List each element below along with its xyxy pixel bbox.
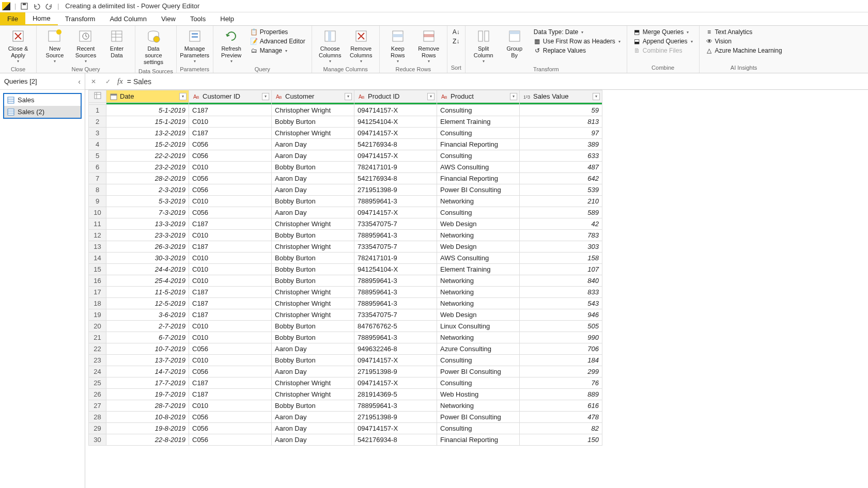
row-number[interactable]: 29 bbox=[89, 423, 106, 434]
cell[interactable]: Financial Reporting bbox=[437, 434, 520, 446]
cell[interactable]: Christopher Wright bbox=[272, 105, 354, 116]
row-number[interactable]: 27 bbox=[89, 400, 106, 412]
cell[interactable]: Networking bbox=[437, 230, 520, 241]
tab-help[interactable]: Help bbox=[213, 12, 241, 25]
cell[interactable]: C056 bbox=[189, 139, 272, 150]
cell[interactable]: 542176934-8 bbox=[354, 139, 437, 150]
row-number[interactable]: 9 bbox=[89, 196, 106, 207]
cell[interactable]: Christopher Wright bbox=[272, 377, 354, 389]
cell[interactable]: 094714157-X bbox=[354, 423, 437, 434]
table-row[interactable]: 1812-5-2019C187Christopher Wright7889596… bbox=[89, 298, 602, 309]
table-row[interactable]: 3022-8-2019C056Aaron Day542176934-8Finan… bbox=[89, 434, 602, 446]
row-number[interactable]: 3 bbox=[89, 128, 106, 139]
cell[interactable]: Bobby Burton bbox=[272, 355, 354, 366]
recent-sources-button[interactable]: Recent Sources▾ bbox=[71, 27, 101, 65]
cell[interactable]: Aaron Day bbox=[272, 412, 354, 423]
cell[interactable]: C187 bbox=[189, 287, 272, 298]
cell[interactable]: 733547075-7 bbox=[354, 309, 437, 321]
cell[interactable]: 7-3-2019 bbox=[106, 207, 189, 218]
cell[interactable]: C010 bbox=[189, 196, 272, 207]
cell[interactable]: Financial Reporting bbox=[437, 173, 520, 184]
cell[interactable]: Aaron Day bbox=[272, 173, 354, 184]
cell[interactable]: C010 bbox=[189, 275, 272, 287]
cell[interactable]: 2-7-2019 bbox=[106, 321, 189, 332]
table-row[interactable]: 1711-5-2019C187Christopher Wright7889596… bbox=[89, 287, 602, 298]
cell[interactable]: 783 bbox=[520, 230, 602, 241]
combine-files-button[interactable]: 🗎Combine Files bbox=[632, 46, 694, 55]
cell[interactable]: Web Hosting bbox=[437, 389, 520, 400]
cell[interactable]: Christopher Wright bbox=[272, 218, 354, 230]
accept-formula-icon[interactable]: ✓ bbox=[103, 76, 113, 87]
column-header-sales-value[interactable]: 1²3Sales Value▾ bbox=[520, 90, 602, 103]
advanced-editor-button[interactable]: 📝Advanced Editor bbox=[250, 37, 306, 45]
cell[interactable]: Bobby Burton bbox=[272, 116, 354, 128]
cell[interactable]: Christopher Wright bbox=[272, 298, 354, 309]
cell[interactable]: 28-2-2019 bbox=[106, 173, 189, 184]
cell[interactable]: Networking bbox=[437, 400, 520, 412]
data-source-settings-button[interactable]: Data source settings bbox=[138, 27, 168, 67]
row-number[interactable]: 28 bbox=[89, 412, 106, 423]
remove-columns-button[interactable]: Remove Columns▾ bbox=[346, 27, 376, 65]
row-number[interactable]: 16 bbox=[89, 275, 106, 287]
azure-ml-button[interactable]: △Azure Machine Learning bbox=[705, 46, 783, 55]
close-apply-button[interactable]: Close & Apply▾ bbox=[3, 27, 33, 65]
cell[interactable]: Aaron Day bbox=[272, 366, 354, 377]
cell[interactable]: 543 bbox=[520, 298, 602, 309]
table-row[interactable]: 202-7-2019C010Bobby Burton847676762-5Lin… bbox=[89, 321, 602, 332]
row-number[interactable]: 10 bbox=[89, 207, 106, 218]
cell[interactable]: C187 bbox=[189, 309, 272, 321]
cell[interactable]: 788959641-3 bbox=[354, 287, 437, 298]
grid-wrap[interactable]: Date▾ ABCustomer ID▾ ABCustomer▾ ABProdu… bbox=[85, 90, 868, 488]
cell[interactable]: C056 bbox=[189, 173, 272, 184]
cell[interactable]: Bobby Burton bbox=[272, 230, 354, 241]
cell[interactable]: 833 bbox=[520, 287, 602, 298]
cell[interactable]: C056 bbox=[189, 366, 272, 377]
cell[interactable]: C010 bbox=[189, 162, 272, 173]
cell[interactable]: 42 bbox=[520, 218, 602, 230]
cell[interactable]: C187 bbox=[189, 128, 272, 139]
cell[interactable]: Financial Reporting bbox=[437, 139, 520, 150]
table-row[interactable]: 415-2-2019C056Aaron Day542176934-8Financ… bbox=[89, 139, 602, 150]
refresh-preview-button[interactable]: Refresh Preview▾ bbox=[216, 27, 246, 65]
table-row[interactable]: 1326-3-2019C187Christopher Wright7335470… bbox=[89, 241, 602, 253]
redo-icon[interactable] bbox=[45, 2, 53, 10]
table-corner[interactable] bbox=[89, 90, 106, 103]
column-header-product[interactable]: ABProduct▾ bbox=[437, 90, 520, 103]
cell[interactable]: 782417101-9 bbox=[354, 162, 437, 173]
cell[interactable]: 107 bbox=[520, 264, 602, 275]
remove-rows-button[interactable]: Remove Rows▾ bbox=[414, 27, 444, 65]
vision-button[interactable]: 👁Vision bbox=[705, 37, 783, 45]
cell[interactable]: 478 bbox=[520, 412, 602, 423]
cell[interactable]: Christopher Wright bbox=[272, 309, 354, 321]
cell[interactable]: 616 bbox=[520, 400, 602, 412]
table-row[interactable]: 1113-3-2019C187Christopher Wright7335470… bbox=[89, 218, 602, 230]
cell[interactable]: Consulting bbox=[437, 150, 520, 162]
collapse-queries-icon[interactable]: ‹ bbox=[78, 77, 81, 86]
cancel-formula-icon[interactable]: ✕ bbox=[88, 76, 99, 87]
properties-button[interactable]: 📋Properties bbox=[250, 28, 306, 36]
row-number[interactable]: 2 bbox=[89, 116, 106, 128]
cell[interactable]: 15-2-2019 bbox=[106, 139, 189, 150]
table-row[interactable]: 2210-7-2019C056Aaron Day949632246-8Azure… bbox=[89, 343, 602, 355]
cell[interactable]: 094714157-X bbox=[354, 105, 437, 116]
table-row[interactable]: 1223-3-2019C010Bobby Burton788959641-3Ne… bbox=[89, 230, 602, 241]
undo-icon[interactable] bbox=[33, 2, 41, 10]
filter-dropdown-icon[interactable]: ▾ bbox=[179, 93, 187, 100]
cell[interactable]: Networking bbox=[437, 298, 520, 309]
table-row[interactable]: 2517-7-2019C187Christopher Wright0947141… bbox=[89, 377, 602, 389]
query-item-sales2[interactable]: Sales (2) bbox=[4, 106, 81, 118]
table-row[interactable]: 2919-8-2019C056Aaron Day094714157-XConsu… bbox=[89, 423, 602, 434]
new-source-button[interactable]: New Source▾ bbox=[40, 27, 70, 65]
cell[interactable]: Web Design bbox=[437, 218, 520, 230]
cell[interactable]: 487 bbox=[520, 162, 602, 173]
row-number[interactable]: 22 bbox=[89, 343, 106, 355]
tab-add-column[interactable]: Add Column bbox=[102, 12, 154, 25]
row-number[interactable]: 4 bbox=[89, 139, 106, 150]
cell[interactable]: C056 bbox=[189, 423, 272, 434]
table-row[interactable]: 728-2-2019C056Aaron Day542176934-8Financ… bbox=[89, 173, 602, 184]
row-number[interactable]: 5 bbox=[89, 150, 106, 162]
cell[interactable]: Bobby Burton bbox=[272, 253, 354, 264]
cell[interactable]: 2-3-2019 bbox=[106, 184, 189, 196]
cell[interactable]: 271951398-9 bbox=[354, 412, 437, 423]
cell[interactable]: AWS Consulting bbox=[437, 162, 520, 173]
